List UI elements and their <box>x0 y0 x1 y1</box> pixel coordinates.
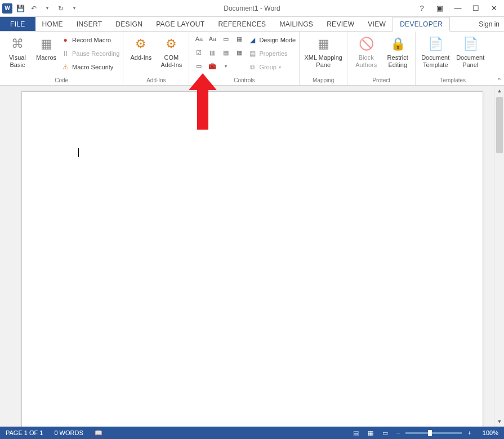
undo-icon[interactable]: ↶ <box>28 3 39 14</box>
ribbon-display-options-icon[interactable]: ▣ <box>433 2 447 15</box>
zoom-in-button[interactable]: + <box>465 429 473 436</box>
restrict-editing-label: Restrict Editing <box>387 54 408 68</box>
group-templates: 📄 Document Template 📄 Document Panel Tem… <box>416 32 490 85</box>
scroll-up-icon[interactable]: ▲ <box>494 86 504 96</box>
plain-text-control-button[interactable]: Aa <box>206 33 218 45</box>
tab-references[interactable]: REFERENCES <box>211 17 273 31</box>
block-authors-label: Block Authors <box>355 54 377 68</box>
visual-basic-button[interactable]: ⌘ Visual Basic <box>3 33 32 68</box>
checkbox-control-button[interactable]: ☑ <box>193 46 205 59</box>
tab-design[interactable]: DESIGN <box>109 17 149 31</box>
visual-basic-label: Visual Basic <box>9 54 26 68</box>
visual-basic-icon: ⌘ <box>8 35 26 53</box>
zoom-level[interactable]: 100% <box>477 429 498 436</box>
tab-file[interactable]: FILE <box>0 17 35 31</box>
controls-grid: Aa Aa ▭ ▦ ☑ ▥ ▤ ▦ ▭ 🧰 ▾ <box>193 33 246 72</box>
tab-insert[interactable]: INSERT <box>70 17 109 31</box>
group-controls: Aa Aa ▭ ▦ ☑ ▥ ▤ ▦ ▭ 🧰 ▾ ◢ Design Mode ▤ <box>189 32 300 85</box>
qat-customize-icon[interactable]: ▾ <box>69 3 80 14</box>
record-macro-icon: ● <box>61 36 70 45</box>
design-mode-icon: ◢ <box>248 36 257 45</box>
group-protect-label: Protect <box>351 76 412 85</box>
pause-recording-button: ⏸ Pause Recording <box>61 47 119 60</box>
scroll-down-icon[interactable]: ▼ <box>494 416 504 427</box>
building-block-control-button[interactable]: ▦ <box>233 33 246 45</box>
tab-mailings[interactable]: MAILINGS <box>273 17 320 31</box>
document-panel-button[interactable]: 📄 Document Panel <box>454 33 487 68</box>
dropdown-control-button[interactable]: ▤ <box>220 46 232 59</box>
xml-mapping-pane-button[interactable]: ▦ XML Mapping Pane <box>303 33 344 68</box>
design-mode-label: Design Mode <box>259 37 296 43</box>
zoom-out-button[interactable]: − <box>394 429 402 436</box>
document-area: ▲ ▼ <box>0 86 504 427</box>
save-icon[interactable]: 💾 <box>15 3 26 14</box>
combobox-control-button[interactable]: ▥ <box>206 46 218 59</box>
tab-view[interactable]: VIEW <box>361 17 393 31</box>
add-ins-label: Add-Ins <box>130 54 151 61</box>
group-addins-label: Add-Ins <box>127 76 185 85</box>
legacy-tools-button[interactable]: 🧰 <box>206 60 218 72</box>
record-macro-label: Record Macro <box>72 37 111 43</box>
sign-in-link[interactable]: Sign in <box>479 20 499 28</box>
date-picker-control-button[interactable]: ▦ <box>233 46 246 59</box>
zoom-slider[interactable] <box>405 432 462 434</box>
macro-security-icon: ⚠ <box>61 63 70 72</box>
collapse-ribbon-icon[interactable]: ^ <box>498 77 501 83</box>
group-protect: 🚫 Block Authors 🔒 Restrict Editing Prote… <box>347 32 416 85</box>
group-code-label: Code <box>3 76 119 85</box>
com-add-ins-button[interactable]: ⚙ COM Add-Ins <box>157 33 185 68</box>
record-macro-button[interactable]: ● Record Macro <box>61 34 119 46</box>
group-mapping: ▦ XML Mapping Pane Mapping <box>300 32 347 85</box>
tab-home[interactable]: HOME <box>35 17 70 31</box>
properties-button: ▤ Properties <box>248 47 296 60</box>
properties-label: Properties <box>259 50 287 57</box>
window-controls: ? ▣ — ☐ ✕ <box>415 2 504 15</box>
page-number-status[interactable]: PAGE 1 OF 1 <box>0 429 48 436</box>
block-authors-button[interactable]: 🚫 Block Authors <box>351 33 381 68</box>
status-bar: PAGE 1 OF 1 0 WORDS 📖 ▤ ▦ ▭ − + 100% <box>0 427 504 439</box>
redo-icon[interactable]: ↻ <box>55 3 66 14</box>
close-icon[interactable]: ✕ <box>487 2 501 15</box>
print-layout-icon[interactable]: ▦ <box>365 428 376 437</box>
properties-icon: ▤ <box>248 49 257 58</box>
restrict-editing-button[interactable]: 🔒 Restrict Editing <box>383 33 412 68</box>
spell-check-icon[interactable]: 📖 <box>89 429 108 437</box>
design-mode-button[interactable]: ◢ Design Mode <box>248 34 296 46</box>
xml-mapping-icon: ▦ <box>314 35 332 53</box>
macro-security-button[interactable]: ⚠ Macro Security <box>61 61 119 73</box>
window-title: Document1 - Word <box>224 5 280 12</box>
tab-page-layout[interactable]: PAGE LAYOUT <box>149 17 211 31</box>
group-controls-label: Controls <box>193 76 296 85</box>
undo-dropdown-icon[interactable]: ▾ <box>42 3 53 14</box>
macro-security-label: Macro Security <box>72 64 113 70</box>
document-page[interactable] <box>21 91 483 427</box>
add-ins-icon: ⚙ <box>132 35 150 53</box>
document-template-label: Document Template <box>421 54 449 68</box>
add-ins-button[interactable]: ⚙ Add-Ins <box>127 33 155 61</box>
zoom-slider-thumb[interactable] <box>428 430 432 436</box>
web-layout-icon[interactable]: ▭ <box>380 428 391 437</box>
document-template-icon: 📄 <box>426 35 444 53</box>
tab-developer[interactable]: DEVELOPER <box>393 17 450 32</box>
document-panel-label: Document Panel <box>456 54 484 68</box>
maximize-icon[interactable]: ☐ <box>469 2 483 15</box>
scroll-thumb[interactable] <box>496 97 503 153</box>
group-code: ⌘ Visual Basic ▦ Macros ● Record Macro ⏸… <box>0 32 123 85</box>
legacy-tools-dropdown-icon[interactable]: ▾ <box>220 60 232 72</box>
tab-review[interactable]: REVIEW <box>320 17 361 31</box>
document-template-button[interactable]: 📄 Document Template <box>419 33 452 68</box>
read-mode-icon[interactable]: ▤ <box>350 428 362 437</box>
minimize-icon[interactable]: — <box>451 2 465 15</box>
vertical-scrollbar[interactable]: ▲ ▼ <box>494 86 504 427</box>
help-icon[interactable]: ? <box>415 2 429 15</box>
macros-button[interactable]: ▦ Macros <box>34 33 59 61</box>
pause-recording-icon: ⏸ <box>61 49 70 58</box>
macros-icon: ▦ <box>37 35 55 53</box>
word-count-status[interactable]: 0 WORDS <box>48 429 88 436</box>
rich-text-control-button[interactable]: Aa <box>193 33 205 45</box>
group-icon: ⧉ <box>248 63 257 72</box>
xml-mapping-label: XML Mapping Pane <box>304 54 342 68</box>
repeating-section-control-button[interactable]: ▭ <box>193 60 205 72</box>
picture-control-button[interactable]: ▭ <box>220 33 232 45</box>
quick-access-toolbar: W 💾 ↶ ▾ ↻ ▾ <box>0 3 80 14</box>
